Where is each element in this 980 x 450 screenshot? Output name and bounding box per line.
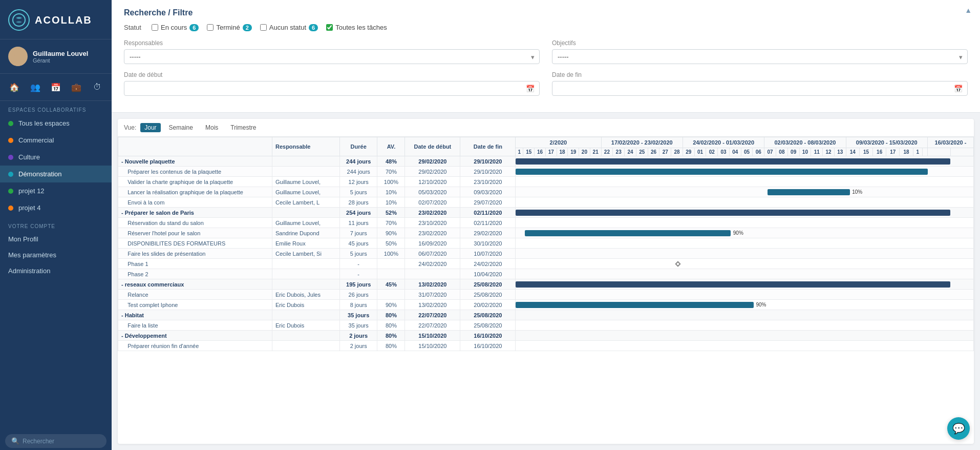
chat-icon: 💬: [952, 422, 965, 435]
dot-demonstration: [8, 172, 13, 177]
table-row: Phase 1-24/02/202024/02/2020: [118, 259, 974, 269]
date-fin-input[interactable]: [552, 81, 968, 96]
date-fin-cell: 29/10/2020: [460, 156, 516, 167]
gantt-view-semaine[interactable]: Semaine: [165, 123, 197, 132]
search-input[interactable]: [23, 438, 100, 445]
task-name-cell: Réservation du stand du salon: [118, 218, 272, 228]
table-row: RelanceEric Dubois, Jules26 jours31/07/2…: [118, 290, 974, 300]
day-22: 22: [601, 148, 613, 156]
statut-aucun-badge: 6: [309, 24, 318, 31]
calendar-icon[interactable]: 📅: [48, 79, 64, 95]
statut-aucun-label: Aucun statut: [269, 24, 306, 31]
statut-termine-checkbox[interactable]: [207, 24, 214, 31]
sidebar-item-demonstration-label: Démonstration: [18, 170, 62, 178]
av-cell: 10%: [377, 187, 405, 197]
gantt-table-wrapper[interactable]: Responsable Durée AV. Date de début Date…: [118, 137, 974, 444]
date-group-16: 16/03/2020 -: [927, 137, 973, 148]
statut-aucun-checkbox[interactable]: [260, 24, 267, 31]
gantt-view-mois[interactable]: Mois: [201, 123, 222, 132]
sidebar-item-admin[interactable]: Administration: [0, 263, 112, 279]
gantt-view-trimestre[interactable]: Trimestre: [226, 123, 260, 132]
sidebar-search[interactable]: 🔍: [5, 434, 106, 448]
date-group-09-15: 09/03/2020 - 15/03/2020: [846, 137, 927, 148]
date-debut-cell: 12/10/2020: [405, 177, 460, 187]
dur-cell: 5 jours: [339, 187, 377, 197]
date-debut-cell: 06/07/2020: [405, 249, 460, 259]
account-section-label: VOTRE COMPTE: [0, 216, 112, 231]
gantt-bar-cell: [516, 331, 974, 341]
gantt-bar-cell: [516, 197, 974, 208]
statut-en-cours-checkbox[interactable]: [152, 24, 158, 31]
briefcase-icon[interactable]: 💼: [68, 79, 84, 95]
table-row: - Habitat35 jours80%22/07/202025/08/2020: [118, 310, 974, 320]
date-debut-cell: 02/07/2020: [405, 197, 460, 208]
date-debut-cell: 23/02/2020: [405, 228, 460, 238]
responsables-select-wrapper: -----: [124, 49, 540, 64]
statut-toutes[interactable]: Toutes les tâches: [326, 24, 387, 31]
clock-icon[interactable]: ⏱: [89, 79, 105, 95]
gantt-bar-cell: [516, 167, 974, 177]
day-14m: 14: [846, 148, 859, 156]
gantt-bar-cell: [516, 177, 974, 187]
gantt-bar: [516, 302, 754, 308]
gantt-bar: [516, 169, 927, 175]
filter-collapse-button[interactable]: ▲: [965, 6, 972, 14]
day-27: 27: [659, 148, 671, 156]
statut-aucun[interactable]: Aucun statut 6: [260, 24, 318, 31]
date-debut-cell: 23/02/2020: [405, 208, 460, 218]
day-19: 19: [568, 148, 579, 156]
date-fin-cell: 16/10/2020: [460, 341, 516, 351]
statut-row: Statut En cours 6 Terminé 2 Aucun statut…: [124, 24, 968, 31]
date-fin-cell: 09/03/2020: [460, 187, 516, 197]
av-cell: 90%: [377, 300, 405, 310]
sidebar-item-profil[interactable]: Mon Profil: [0, 231, 112, 247]
date-fin-cell: 29/10/2020: [460, 167, 516, 177]
day-16m: 16: [873, 148, 886, 156]
responsables-select[interactable]: -----: [124, 49, 540, 64]
responsables-label: Responsables: [124, 39, 540, 47]
dur-cell: 2 jours: [339, 341, 377, 351]
resp-cell: Emilie Roux: [272, 238, 339, 249]
av-cell: 90%: [377, 228, 405, 238]
objectifs-label: Objectifs: [552, 39, 968, 47]
sidebar-item-projet4[interactable]: projet 4: [0, 199, 112, 216]
av-cell: 80%: [377, 341, 405, 351]
sidebar-item-culture[interactable]: Culture: [0, 149, 112, 166]
task-name-cell: Phase 2: [118, 269, 272, 279]
date-debut-input[interactable]: [124, 81, 540, 96]
day-18: 18: [557, 148, 568, 156]
sidebar-item-tous[interactable]: Tous les espaces: [0, 115, 112, 132]
col-fin: Date de fin: [460, 137, 516, 156]
dur-cell: 2 jours: [339, 331, 377, 341]
date-fin-cell: 30/10/2020: [460, 238, 516, 249]
statut-termine[interactable]: Terminé 2: [207, 24, 251, 31]
statut-en-cours-label: En cours: [161, 24, 187, 31]
sidebar-item-projet12[interactable]: projet 12: [0, 182, 112, 199]
statut-toutes-checkbox[interactable]: [326, 24, 333, 31]
date-fin-cell: 25/08/2020: [460, 290, 516, 300]
resp-cell: Eric Dubois: [272, 300, 339, 310]
users-icon[interactable]: 👥: [27, 79, 44, 95]
objectifs-select[interactable]: -----: [552, 49, 968, 64]
day-1b: 1: [913, 148, 922, 156]
gantt-bar-label: 90%: [733, 230, 743, 236]
sidebar-item-commercial[interactable]: Commercial: [0, 132, 112, 149]
resp-cell: [272, 259, 339, 269]
statut-en-cours-badge: 6: [189, 24, 199, 31]
statut-en-cours[interactable]: En cours 6: [152, 24, 199, 31]
gantt-section: Vue: Jour Semaine Mois Trimestre Respons…: [118, 119, 974, 444]
resp-cell: [272, 208, 339, 218]
logo-area: ACOLLAB: [0, 0, 112, 39]
dur-cell: -: [339, 259, 377, 269]
date-debut-cell: 13/02/2020: [405, 279, 460, 290]
sidebar-item-demonstration[interactable]: Démonstration: [0, 166, 112, 182]
day-17: 17: [545, 148, 557, 156]
date-fin-cell: 24/02/2020: [460, 259, 516, 269]
home-icon[interactable]: 🏠: [6, 79, 23, 95]
resp-cell: [272, 331, 339, 341]
chat-button[interactable]: 💬: [947, 417, 970, 440]
gantt-view-jour[interactable]: Jour: [140, 123, 160, 132]
table-row: Préparer réunion fin d'année2 jours80%15…: [118, 341, 974, 351]
task-name-cell: Préparer les contenus de la plaquette: [118, 167, 272, 177]
sidebar-item-parametres[interactable]: Mes paramètres: [0, 247, 112, 263]
